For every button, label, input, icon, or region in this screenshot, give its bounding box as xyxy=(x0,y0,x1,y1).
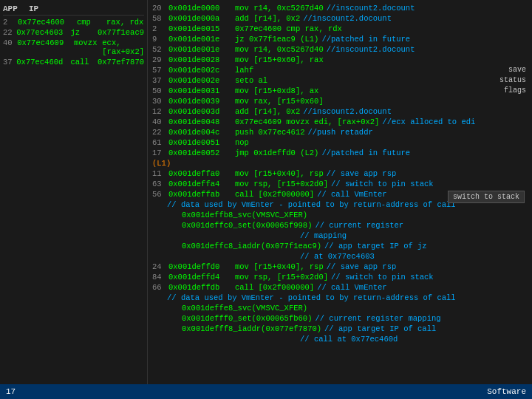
asm-line: 500x001de0031mov [r15+0xd8], ax xyxy=(152,86,528,96)
asm-line: 610x001de0051nop xyxy=(152,137,528,148)
right-panel[interactable]: 200x001de0000mov r14, 0xc5267d40//inscou… xyxy=(148,0,532,384)
asm-line: 20x001de00150x77ec4600 cmp rax, rdx xyxy=(152,24,528,34)
asm-line: 570x001de002clahf xyxy=(152,65,528,75)
asm-line: (L1) xyxy=(152,158,528,168)
page-number: 17 xyxy=(6,387,16,396)
asm-line: 0x001deffc8_iaddr(0x077f1eac9)// app tar… xyxy=(152,241,528,251)
col-ip-header: IP xyxy=(29,4,144,13)
asm-line: // data used by VmEnter - pointed to by … xyxy=(152,293,528,303)
asm-line: 220x001de004cpush 0x77ec4612//push retad… xyxy=(152,127,528,137)
asm-line: 660x001deffdbcall [0x2f000000]// call Vm… xyxy=(152,282,528,293)
asm-line: 840x001deffd4mov rsp, [r15+0x2d0]// swit… xyxy=(152,272,528,282)
asm-line: 170x001de0052jmp 0x1deffd0 (L2)//patched… xyxy=(152,148,528,158)
asm-line: // mapping xyxy=(152,231,528,241)
asm-line: 90x001de001ejz 0x77f1eac9 (L1)//patched … xyxy=(152,34,528,44)
asm-line: 200x001de0000mov r14, 0xc5267d40//inscou… xyxy=(152,3,528,13)
content-area: APP IP 20x77ec4600cmprax, rdx220x77ec460… xyxy=(0,0,532,384)
asm-line: 0x001deffb8_svc(VMSVC_XFER) xyxy=(152,210,528,220)
asm-line: 0x001defff0_set(0x00065fb60)// current r… xyxy=(152,313,528,324)
asm-line: 0x001deffc0_set(0x00065f998)// current r… xyxy=(152,220,528,231)
left-rows: 20x77ec4600cmprax, rdx220x77ec4603jz0x77… xyxy=(3,17,144,67)
asm-line: 0x001defff8_iaddr(0x077ef7870)// app tar… xyxy=(152,324,528,334)
asm-line: 400x001de00480x77ec4609 movzx edi, [rax+… xyxy=(152,117,528,127)
left-panel-row[interactable]: 220x77ec4603jz0x77f1eac9 xyxy=(3,27,144,38)
asm-line: 120x001de003dadd [r14], 0x2//inscount2.d… xyxy=(152,106,528,117)
asm-line: 520x001de001emov r14, 0xc5267d40//inscou… xyxy=(152,44,528,55)
asm-line: // call at 0x77ec460d xyxy=(152,334,528,344)
col-app-header: APP xyxy=(3,4,29,13)
main-container: APP IP 20x77ec4600cmprax, rdx220x77ec460… xyxy=(0,0,532,399)
save-label: save xyxy=(499,65,526,75)
asm-line: 580x001de000aadd [r14], 0x2//inscount2.d… xyxy=(152,13,528,24)
asm-line: 290x001de0028mov [r15+0x60], rax xyxy=(152,55,528,65)
bottom-bar: 17 Software xyxy=(0,384,532,399)
asm-line: 370x001de002eseto al xyxy=(152,75,528,86)
asm-line: 300x001de0039mov rax, [r15+0x60] xyxy=(152,96,528,106)
left-panel-row[interactable]: 370x77ec460dcall0x77ef7870 xyxy=(3,57,144,67)
asm-line: 240x001deffd0mov [r15+0x40], rsp// save … xyxy=(152,262,528,272)
left-panel-row[interactable]: 20x77ec4600cmprax, rdx xyxy=(3,17,144,27)
asm-line: 110x001deffa0mov [r15+0x40], rsp// save … xyxy=(152,168,528,179)
status-label: status xyxy=(499,75,526,86)
asm-line: // at 0x77ec4603 xyxy=(152,251,528,262)
software-label: Software xyxy=(487,387,526,396)
asm-line: 0x001deffe8_svc(VMSVC_XFER) xyxy=(152,303,528,313)
asm-lines: 200x001de0000mov r14, 0xc5267d40//inscou… xyxy=(152,3,528,344)
flags-label: flags xyxy=(499,86,526,96)
left-panel: APP IP 20x77ec4600cmprax, rdx220x77ec460… xyxy=(0,0,148,384)
switch-to-stack-button[interactable]: switch to stack xyxy=(448,191,525,203)
asm-line: 630x001deffa4mov rsp, [r15+0x2d0]// swit… xyxy=(152,179,528,189)
left-panel-row[interactable]: 400x77ec4609movzxecx, [rax+0x2] xyxy=(3,38,144,57)
save-status-flags-label: save status flags xyxy=(499,65,526,96)
left-panel-header: APP IP xyxy=(3,3,144,16)
